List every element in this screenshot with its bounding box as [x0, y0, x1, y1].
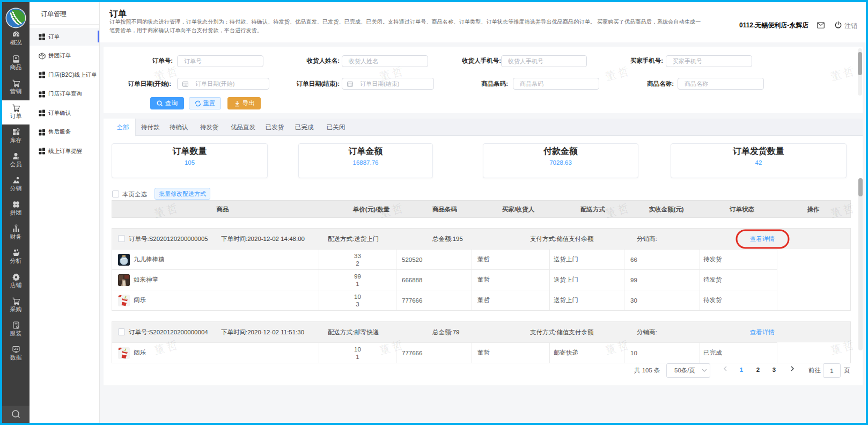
page-size-select[interactable]: 50条/页: [666, 363, 710, 378]
sidebar-item-finance[interactable]: 财务: [2, 224, 30, 248]
sidebar-item-overview[interactable]: 概况: [2, 30, 30, 54]
stat-card-order-amount: 订单金额 16887.76: [298, 143, 433, 178]
filter-panel: 订单号: 订单号 收货人姓名: 收货人姓名 收货人手机号: 收货人手机号 买家手…: [104, 47, 863, 113]
receiver-phone-input[interactable]: 收货人手机号: [501, 55, 587, 67]
search-icon: [157, 100, 163, 107]
select-all-checkbox[interactable]: [112, 190, 119, 197]
tab-direct-ship[interactable]: 优品直发: [226, 119, 260, 136]
stat-title: 订单金额: [299, 146, 432, 157]
sidebar-item-member[interactable]: 会员: [2, 152, 30, 175]
batch-modify-delivery-button[interactable]: 批量修改配送方式: [155, 188, 210, 200]
input-placeholder: 订单日期(开始): [195, 80, 234, 88]
stat-title: 付款金额: [483, 146, 638, 157]
sidebar-item-distribution[interactable]: 分销: [2, 176, 30, 200]
product-image-palm: [118, 274, 130, 286]
menu-item-orders[interactable]: 订单: [30, 28, 99, 46]
product-name-input[interactable]: 商品名称: [678, 78, 764, 90]
sidebar-item-label: 订单: [2, 113, 30, 119]
tab-shipped[interactable]: 已发货: [260, 119, 289, 136]
product-qty: 2: [354, 260, 361, 267]
column-header: 商品条码: [432, 201, 457, 218]
tab-closed[interactable]: 已关闭: [319, 119, 352, 136]
page-number-2[interactable]: 2: [756, 367, 760, 373]
sidebar-item-inventory[interactable]: 库存: [2, 128, 30, 151]
tab-pending-confirm[interactable]: 待确认: [165, 119, 193, 136]
sidebar-search-button[interactable]: [2, 406, 30, 423]
received-amount: 10: [624, 342, 700, 363]
prev-page-icon[interactable]: [723, 366, 727, 371]
reset-button[interactable]: 重置: [189, 97, 221, 109]
download-icon: [234, 100, 240, 107]
page-number-3[interactable]: 3: [773, 367, 776, 373]
sidebar-item-orders[interactable]: 订单: [2, 100, 30, 124]
sidebar-item-marketing[interactable]: 营销: [2, 79, 30, 102]
sidebar-item-goods[interactable]: 商品: [2, 55, 30, 78]
table-scrollbar-track[interactable]: [858, 178, 863, 350]
page-scrollbar-thumb[interactable]: [858, 52, 862, 75]
table-scrollbar-thumb[interactable]: [858, 178, 863, 196]
view-detail-link[interactable]: 查看详情: [750, 229, 775, 249]
tab-completed[interactable]: 已完成: [289, 119, 319, 136]
product-price: 99: [354, 273, 361, 280]
sidebar-item-clothing[interactable]: 服装: [2, 321, 30, 345]
product-name: 九儿棒棒糖: [134, 255, 165, 263]
price-qty-cell: 103: [319, 290, 396, 310]
menu-item-groupbuy-orders[interactable]: 拼团订单: [30, 47, 99, 65]
menu-item-label: 售后服务: [48, 128, 71, 136]
logout-power-icon[interactable]: [835, 21, 842, 28]
field-label: 订单号:: [150, 57, 173, 65]
order-payment: 支付方式:储值支付余额: [530, 229, 593, 249]
menu-item-store-order-query[interactable]: 门店订单查询: [30, 85, 99, 103]
order-group: 订单号:S2020120200000004 下单时间:2020-12-02 11…: [112, 321, 851, 363]
logout-link[interactable]: 注销: [844, 21, 857, 31]
tab-pending-payment[interactable]: 待付款: [136, 119, 165, 136]
page-number-1[interactable]: 1: [740, 367, 743, 373]
product-barcode: 520520: [396, 249, 472, 269]
sidebar-item-label: 营销: [2, 88, 30, 94]
sidebar-item-purchase[interactable]: 采购: [2, 297, 30, 320]
sidebar-item-label: 分销: [2, 185, 30, 192]
order-delivery: 配送方式:送货上门: [328, 229, 379, 249]
stat-value: 42: [671, 159, 846, 166]
order-group-header: 订单号:S2020120200000004 下单时间:2020-12-02 11…: [112, 322, 850, 342]
export-button[interactable]: 导出: [227, 97, 261, 109]
tab-all[interactable]: 全部: [104, 119, 136, 136]
menu-item-online-order-reminder[interactable]: 线上订单提醒: [30, 142, 99, 160]
goto-page-input[interactable]: 1: [823, 363, 841, 378]
order-payment: 支付方式:储值支付余额: [530, 322, 593, 342]
sidebar-item-shop[interactable]: 店铺: [2, 273, 30, 296]
order-checkbox[interactable]: [118, 235, 125, 242]
order-date-end-input[interactable]: 订单日期(结束): [342, 78, 434, 90]
sidebar-item-groupbuy[interactable]: 拼团: [2, 200, 30, 224]
sidebar-item-data[interactable]: 数据: [2, 345, 30, 369]
sidebar-item-analysis[interactable]: 分析: [2, 248, 30, 272]
sidebar-item-label: 服装: [2, 330, 30, 336]
mail-icon[interactable]: [817, 22, 825, 28]
menu-item-label: 订单确认: [48, 109, 71, 117]
sidebar-item-label: 采购: [2, 306, 30, 312]
order-checkbox[interactable]: [118, 328, 125, 335]
buyer-phone-input[interactable]: 买家手机号: [666, 55, 752, 67]
sidebar-item-label: 库存: [2, 137, 30, 143]
field-label: 订单日期(结束):: [292, 80, 340, 88]
stat-card-shipped-count: 订单发货数量 42: [671, 143, 847, 178]
order-time: 下单时间:2020-12-02 14:48:00: [221, 229, 305, 249]
product-qty: 1: [354, 280, 361, 288]
view-detail-link[interactable]: 查看详情: [750, 322, 775, 342]
buyer-name: 董哲: [472, 342, 549, 363]
sidebar-item-label: 分析: [2, 258, 30, 264]
product-image-lollipop: [118, 254, 130, 266]
next-page-icon[interactable]: [791, 366, 795, 371]
barcode-input[interactable]: 商品条码: [513, 78, 599, 90]
order-time: 下单时间:2020-12-02 11:51:30: [221, 322, 304, 342]
search-button[interactable]: 查询: [150, 97, 184, 109]
receiver-name-input[interactable]: 收货人姓名: [342, 55, 428, 67]
menu-item-aftersale[interactable]: 售后服务: [30, 123, 99, 141]
product-price: 10: [354, 346, 361, 353]
order-date-start-input[interactable]: 订单日期(开始): [177, 78, 269, 90]
menu-item-order-confirm[interactable]: 订单确认: [30, 104, 99, 122]
tab-pending-ship[interactable]: 待发货: [193, 119, 226, 136]
order-no-input[interactable]: 订单号: [177, 55, 263, 67]
menu-item-store-b2c-orders[interactable]: 门店(B2C)线上订单: [30, 66, 99, 84]
received-amount: 30: [624, 290, 700, 310]
